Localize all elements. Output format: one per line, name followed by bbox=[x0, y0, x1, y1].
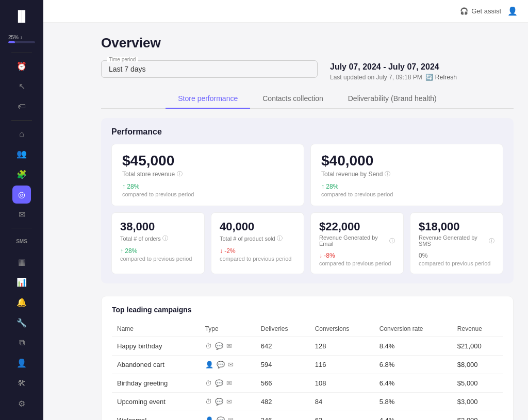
sidebar-icon-wrench[interactable]: 🔧 bbox=[12, 314, 31, 332]
col-conversion-rate: Conversion rate bbox=[374, 321, 452, 337]
campaign-type: 👤💬✉ bbox=[200, 356, 256, 374]
product-sold-change: ↓ -2% bbox=[220, 247, 295, 255]
sidebar-icon-cursor[interactable]: ↖ bbox=[12, 77, 31, 95]
last-updated: Last updated on July 7, 09:18 PM 🔄 Refre… bbox=[330, 74, 457, 81]
col-deliveries: Deliveries bbox=[256, 321, 310, 337]
tab-contacts-collection[interactable]: Contacts collection bbox=[250, 89, 336, 109]
time-period-selector[interactable]: Time period Last 7 days bbox=[101, 60, 318, 78]
orders-label: Total # of orders ⓘ bbox=[120, 234, 196, 242]
product-sold-label: Total # of product sold ⓘ bbox=[220, 234, 295, 242]
product-sold-compare: compared to previous period bbox=[220, 256, 295, 262]
refresh-label: Refresh bbox=[435, 74, 457, 81]
progress-indicator: 25% › bbox=[6, 35, 37, 43]
email-revenue-change: ↓ -8% bbox=[319, 252, 395, 259]
type-icon: ⏱ bbox=[205, 342, 212, 350]
sms-revenue-info-icon: ⓘ bbox=[489, 237, 494, 245]
performance-title: Performance bbox=[111, 127, 503, 137]
sidebar-divider-2 bbox=[11, 120, 32, 121]
left-sub-metrics: 38,000 Total # of orders ⓘ ↑ 28% compare… bbox=[111, 212, 304, 274]
sidebar-icon-notify[interactable]: 🔔 bbox=[12, 293, 31, 311]
progress-label: 25% bbox=[8, 35, 19, 40]
topnav: 🎧 Get assist 👤 bbox=[43, 0, 528, 23]
campaign-deliveries: 346 bbox=[256, 411, 310, 421]
user-profile-button[interactable]: 👤 bbox=[507, 6, 518, 16]
campaign-conversions: 128 bbox=[310, 337, 374, 356]
type-icon: ⏱ bbox=[205, 398, 212, 406]
performance-section: Performance $45,000 Total store revenue … bbox=[101, 118, 514, 283]
campaign-revenue: $3,000 bbox=[452, 393, 503, 411]
campaign-name: Abandoned cart bbox=[112, 356, 200, 374]
sidebar-icon-tag[interactable]: 🏷 bbox=[12, 98, 31, 116]
type-icon: ✉ bbox=[226, 379, 232, 387]
campaigns-table-header: Name Type Deliveries Conversions Convers… bbox=[112, 321, 503, 337]
sidebar-icon-chart[interactable]: 📊 bbox=[12, 273, 31, 291]
revenue-by-send-value: $40,000 bbox=[321, 153, 492, 169]
product-sold-info-icon: ⓘ bbox=[277, 234, 283, 242]
col-name: Name bbox=[112, 321, 200, 337]
sms-revenue-compare: compared to previous period bbox=[419, 260, 494, 266]
orders-change: ↑ 28% bbox=[120, 247, 196, 255]
header-row: Time period Last 7 days July 07, 2024 - … bbox=[101, 60, 514, 81]
progress-fill bbox=[8, 41, 15, 43]
type-icon: 💬 bbox=[215, 398, 223, 406]
sms-revenue-value: $18,000 bbox=[419, 220, 494, 233]
sidebar-divider-3 bbox=[11, 228, 32, 228]
store-revenue-compare: compared to previous period bbox=[122, 191, 293, 197]
email-revenue-info-icon: ⓘ bbox=[389, 237, 395, 245]
campaign-type: ⏱💬✉ bbox=[200, 374, 256, 393]
email-revenue-label: Revenue Generated by Email ⓘ bbox=[319, 234, 395, 247]
sidebar-icon-people[interactable]: 👥 bbox=[12, 145, 31, 163]
get-assist-button[interactable]: 🎧 Get assist bbox=[460, 7, 501, 15]
revenue-by-send-info-icon: ⓘ bbox=[385, 170, 390, 178]
sub-metrics-row: 38,000 Total # of orders ⓘ ↑ 28% compare… bbox=[111, 212, 503, 274]
campaigns-table-body: Happy birthday⏱💬✉6421288.4%$21,000Abando… bbox=[112, 337, 503, 421]
campaign-deliveries: 594 bbox=[256, 356, 310, 374]
progress-chevron: › bbox=[21, 35, 22, 40]
col-type: Type bbox=[200, 321, 256, 337]
revenue-by-send-compare: compared to previous period bbox=[321, 191, 492, 197]
sidebar-icon-sms[interactable]: SMS bbox=[12, 232, 31, 250]
campaign-name: Birthday greeting bbox=[112, 374, 200, 393]
campaign-name: Upcoming event bbox=[112, 393, 200, 411]
sidebar-icon-layers[interactable]: ⧉ bbox=[12, 334, 31, 352]
sidebar-icon-person[interactable]: 👤 bbox=[12, 354, 31, 372]
revenue-by-send-label: Total revenue by Send ⓘ bbox=[321, 170, 492, 178]
type-icon: 💬 bbox=[217, 361, 225, 368]
progress-bar bbox=[8, 41, 35, 43]
store-revenue-value: $45,000 bbox=[122, 153, 293, 169]
type-icon: 👤 bbox=[205, 416, 213, 420]
metric-total-store-revenue: $45,000 Total store revenue ⓘ ↑ 28% comp… bbox=[111, 144, 304, 206]
type-icon: ✉ bbox=[226, 398, 232, 406]
table-row: Welcome!👤💬✉346624.4%$2,000 bbox=[112, 411, 503, 421]
metric-total-product-sold: 40,000 Total # of product sold ⓘ ↓ -2% c… bbox=[211, 212, 304, 274]
sidebar-icon-grid[interactable]: ▦ bbox=[12, 253, 31, 271]
campaign-revenue: $8,000 bbox=[452, 356, 503, 374]
headset-icon: 🎧 bbox=[460, 7, 468, 15]
sidebar-icon-home[interactable]: ⌂ bbox=[12, 125, 31, 143]
refresh-button[interactable]: 🔄 Refresh bbox=[425, 74, 457, 81]
campaign-type: ⏱💬✉ bbox=[200, 337, 256, 356]
campaign-revenue: $21,000 bbox=[452, 337, 503, 356]
type-icon: ⏱ bbox=[205, 379, 212, 387]
sidebar-icon-clock[interactable]: ⏰ bbox=[12, 57, 31, 75]
campaign-type: ⏱💬✉ bbox=[200, 393, 256, 411]
campaign-conversions: 116 bbox=[310, 356, 374, 374]
campaign-conversions: 84 bbox=[310, 393, 374, 411]
store-revenue-change: ↑ 28% bbox=[122, 183, 293, 190]
sms-revenue-label: Revenue Generated by SMS ⓘ bbox=[419, 234, 494, 247]
tab-deliverability[interactable]: Deliverability (Brand health) bbox=[336, 89, 449, 109]
tab-store-performance[interactable]: Store performance bbox=[166, 89, 250, 109]
sidebar-icon-mail[interactable]: ✉ bbox=[12, 206, 31, 224]
campaign-type: 👤💬✉ bbox=[200, 411, 256, 421]
campaign-revenue: $5,000 bbox=[452, 374, 503, 393]
sidebar-icon-circle[interactable]: ◎ bbox=[12, 186, 31, 204]
revenue-by-send-change: ↑ 28% bbox=[321, 183, 492, 190]
sidebar-icon-tools[interactable]: 🛠 bbox=[12, 374, 31, 392]
logo: ▐▌ bbox=[10, 6, 33, 26]
sidebar-icon-puzzle[interactable]: 🧩 bbox=[12, 165, 31, 183]
last-updated-text: Last updated on July 7, 09:18 PM bbox=[330, 74, 422, 81]
campaign-conversions: 108 bbox=[310, 374, 374, 393]
sms-revenue-change: 0% bbox=[419, 252, 494, 259]
sidebar-icon-settings[interactable]: ⚙ bbox=[12, 395, 31, 413]
type-icon: 💬 bbox=[215, 342, 223, 350]
